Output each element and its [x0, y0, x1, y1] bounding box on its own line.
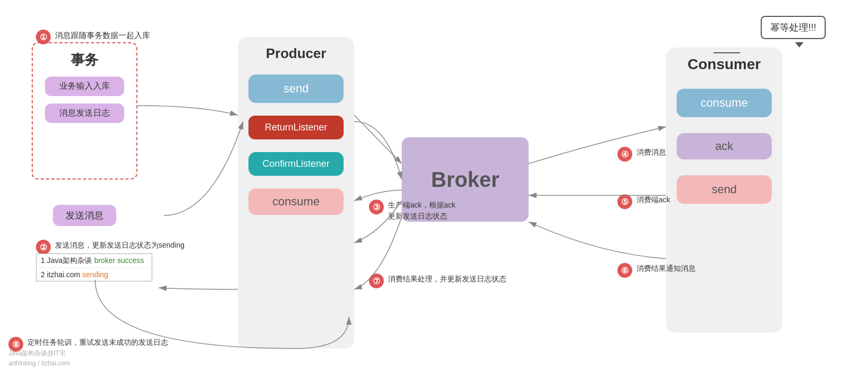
speech-bubble: 幂等处理!!! — [761, 16, 826, 39]
transaction-title: 事务 — [71, 51, 98, 69]
consumer-send-box: send — [677, 175, 772, 204]
confirm-listener-box: ConfirmListener — [248, 152, 344, 176]
step1-label: 消息跟随事务数据一起入库 — [55, 31, 150, 41]
consumer-ack-box: ack — [677, 133, 772, 159]
step2-label: 发送消息，更新发送日志状态为sending — [55, 241, 184, 250]
log-row-1: 1 Java架构杂谈 broker success — [36, 254, 152, 268]
log-table: 1 Java架构杂谈 broker success 2 itzhai.com s… — [36, 253, 152, 281]
producer-box: Producer send ReturnListener ConfirmList… — [238, 37, 354, 348]
transaction-box: 事务 业务输入入库 消息发送日志 — [32, 42, 137, 180]
step3-badge: ③ — [369, 200, 384, 214]
step2-badge: ② — [36, 240, 51, 255]
step4-badge: ④ — [617, 147, 632, 162]
step7-label: 消费结果处理，并更新发送日志状态 — [388, 275, 506, 284]
log-row-2: 2 itzhai.com sending — [36, 268, 152, 281]
step5-label: 消费端ack — [636, 195, 670, 205]
consumer-title: Consumer — [688, 56, 761, 73]
step5-badge: ⑤ — [617, 194, 632, 209]
step7-badge: ⑦ — [369, 274, 384, 288]
step6-badge: ⑥ — [617, 263, 632, 278]
step4-label: 消费消息 — [636, 148, 666, 157]
consumer-consume-box: consume — [677, 89, 772, 117]
producer-consume-box: consume — [248, 188, 344, 215]
send-msg-box: 发送消息 — [53, 205, 116, 226]
producer-send-box: send — [248, 74, 344, 103]
producer-title: Producer — [266, 45, 326, 62]
watermark: Java架构杂谈@IT宅 arthinking / itzhai.com — [8, 348, 70, 369]
step3-label: 生产端ack，根据ack更新发送日志状态 — [388, 200, 456, 222]
return-listener-box: ReturnListener — [248, 116, 344, 139]
step6-label: 消费结果通知消息 — [636, 264, 696, 274]
consumer-box: Consumer consume ack send — [666, 48, 782, 333]
message-log-box: 消息发送日志 — [45, 103, 124, 123]
step8-label: 定时任务轮训，重试发送未成功的发送日志 — [27, 338, 168, 347]
diagram-container: 幂等处理!!! ① 消息跟随事务数据一起入库 事务 业务输入入库 消息发送日志 … — [0, 0, 868, 377]
business-input-box: 业务输入入库 — [45, 77, 124, 96]
broker-title: Broker — [431, 168, 500, 192]
